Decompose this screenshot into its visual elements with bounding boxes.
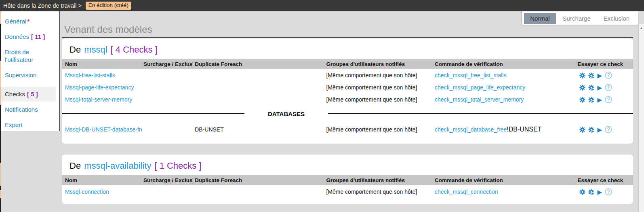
- sidebar-item-expert[interactable]: Expert: [1, 121, 59, 129]
- gear-arrow-icon[interactable]: [588, 127, 594, 133]
- separator-label: DATABASES: [268, 110, 305, 117]
- column-header-commande: Commande de vérification: [433, 177, 576, 183]
- question-circle-icon[interactable]: ?: [605, 84, 612, 91]
- column-header-surcharge: Surcharge / Exclusion: [142, 61, 193, 67]
- sidebar-item-label: Notifications: [5, 106, 38, 113]
- play-icon[interactable]: ▶: [597, 127, 602, 133]
- check-command-link[interactable]: check_mssql_total_server_memory: [435, 96, 524, 103]
- gear-arrow-icon[interactable]: [588, 97, 594, 103]
- template-name-link[interactable]: mssql-availability: [84, 161, 151, 171]
- edit-status-badge: En édition (créé): [86, 2, 131, 10]
- command-argument: !DB-UNSET: [507, 126, 541, 133]
- separator-line: [328, 113, 633, 114]
- play-icon[interactable]: ▶: [597, 85, 602, 91]
- gear-arrow-icon[interactable]: [588, 189, 594, 195]
- sidebar-item-label: Checks: [5, 91, 25, 98]
- check-name-link[interactable]: Mssql-free-list-stalls: [65, 72, 115, 78]
- check-command-link[interactable]: check_mssql_free_list_stalls: [435, 72, 506, 78]
- sidebar-item-label: Droits de l'utilisateur: [5, 49, 33, 63]
- main-content: Normal Surcharge Exclusion Venant des mo…: [60, 11, 638, 212]
- play-icon[interactable]: ▶: [597, 72, 602, 78]
- play-icon[interactable]: ▶: [597, 97, 602, 103]
- section-header: De mssql-availability [ 1 Checks ]: [62, 155, 633, 175]
- check-name-link[interactable]: Mssql-total-server-memory: [65, 96, 132, 103]
- column-header-nom: Nom: [62, 61, 142, 67]
- template-section-mssql-availability: De mssql-availability [ 1 Checks ] Nom S…: [62, 155, 633, 204]
- gear-icon[interactable]: [579, 127, 585, 133]
- question-circle-icon[interactable]: ?: [605, 96, 612, 103]
- column-header-groupes: Groupes d'utilisateurs notifiés: [324, 61, 433, 67]
- sidebar-item-notifications[interactable]: Notifications: [1, 106, 59, 113]
- top-bar: Hôte dans la Zone de travail > En éditio…: [0, 0, 644, 11]
- scroll-up-icon[interactable]: ▲: [639, 24, 644, 30]
- item-count-badge: [ 11 ]: [31, 33, 45, 40]
- check-command-link[interactable]: check_mssql_connection: [435, 189, 498, 195]
- gear-icon[interactable]: [579, 85, 585, 91]
- page-title-wrap: Venant des modèles: [62, 24, 633, 38]
- question-circle-icon[interactable]: ?: [605, 126, 612, 133]
- breadcrumb: Hôte dans la Zone de travail >: [3, 2, 82, 9]
- try-check-actions: ▶ ?: [576, 126, 633, 133]
- page-title: Venant des modèles: [64, 24, 152, 35]
- sidebar: Général* Données[ 11 ] Droits de l'utili…: [1, 11, 60, 131]
- notified-groups-cell: [Même comportement que son hôte]: [324, 189, 433, 195]
- play-icon[interactable]: ▶: [597, 189, 602, 195]
- check-command-link[interactable]: check_mssql_database_free: [435, 126, 507, 133]
- table-header: Nom Surcharge / Exclusion Duplicate Fore…: [62, 59, 633, 69]
- column-header-essayer: Essayer ce check: [576, 61, 633, 67]
- gear-icon[interactable]: [579, 189, 585, 195]
- sidebar-item-checks[interactable]: Checks[ 5 ]: [1, 87, 56, 102]
- check-name-link[interactable]: Mssql-DB-UNSET-database-free: [65, 126, 142, 133]
- column-header-groupes: Groupes d'utilisateurs notifiés: [324, 177, 433, 183]
- sidebar-item-supervision[interactable]: Supervision: [1, 71, 59, 79]
- sidebar-item-label: Général: [5, 18, 26, 25]
- notified-groups-cell: [Même comportement que son hôte]: [324, 72, 433, 78]
- gear-icon[interactable]: [579, 72, 585, 78]
- sidebar-item-general[interactable]: Général*: [1, 17, 59, 25]
- sidebar-item-label: Données: [5, 33, 29, 40]
- table-row: Mssql-free-list-stalls [Même comportemen…: [62, 69, 633, 81]
- toggle-surcharge[interactable]: Surcharge: [557, 13, 597, 24]
- vertical-scrollbar[interactable]: ▲: [638, 24, 644, 212]
- checks-count: [ 4 Checks ]: [111, 45, 158, 55]
- notified-groups-cell: [Même comportement que son hôte]: [324, 96, 433, 103]
- template-section-mssql: De mssql [ 4 Checks ] Nom Surcharge / Ex…: [62, 38, 633, 144]
- duplicate-cell: DB-UNSET: [193, 126, 324, 133]
- column-header-surcharge: Surcharge / Exclusion: [142, 177, 193, 183]
- section-prefix: De: [69, 45, 81, 55]
- table-header: Nom Surcharge / Exclusion Duplicate Fore…: [62, 175, 633, 185]
- notified-groups-cell: [Même comportement que son hôte]: [324, 126, 433, 133]
- required-asterisk: *: [27, 18, 29, 25]
- question-circle-icon[interactable]: ?: [605, 188, 612, 195]
- sidebar-item-droits-utilisateur[interactable]: Droits de l'utilisateur: [1, 48, 59, 64]
- question-circle-icon[interactable]: ?: [605, 72, 612, 79]
- check-name-link[interactable]: Mssql-page-life-expectancy: [65, 84, 134, 91]
- check-name-link[interactable]: Mssql-connection: [65, 189, 109, 195]
- check-command-link[interactable]: check_mssql_page_life_expectancy: [435, 84, 525, 91]
- try-check-actions: ▶ ?: [576, 84, 633, 91]
- column-header-duplicate: Duplicate Foreach: [193, 61, 324, 67]
- try-check-actions: ▶ ?: [576, 188, 633, 195]
- column-header-nom: Nom: [62, 177, 142, 183]
- checks-count: [ 1 Checks ]: [154, 161, 201, 171]
- template-name-link[interactable]: mssql: [84, 45, 107, 55]
- notified-groups-cell: [Même comportement que son hôte]: [324, 84, 433, 91]
- table-row: Mssql-DB-UNSET-database-free DB-UNSET [M…: [62, 122, 633, 137]
- try-check-actions: ▶ ?: [576, 96, 633, 103]
- column-header-commande: Commande de vérification: [433, 61, 576, 67]
- try-check-actions: ▶ ?: [576, 72, 633, 79]
- section-header: De mssql [ 4 Checks ]: [62, 38, 633, 59]
- item-count-badge: [ 5 ]: [27, 91, 38, 98]
- gear-arrow-icon[interactable]: [588, 85, 594, 91]
- column-header-essayer: Essayer ce check: [576, 177, 633, 183]
- sidebar-item-label: Supervision: [5, 72, 36, 78]
- toggle-normal[interactable]: Normal: [524, 13, 556, 24]
- toggle-exclusion[interactable]: Exclusion: [598, 13, 636, 24]
- gear-icon[interactable]: [579, 97, 585, 103]
- table-row: Mssql-page-life-expectancy [Même comport…: [62, 81, 633, 93]
- column-header-duplicate: Duplicate Foreach: [193, 177, 324, 183]
- gear-arrow-icon[interactable]: [588, 72, 594, 78]
- sidebar-item-donnees[interactable]: Données[ 11 ]: [1, 33, 59, 40]
- sidebar-item-label: Expert: [5, 121, 22, 128]
- separator-line: [62, 113, 244, 114]
